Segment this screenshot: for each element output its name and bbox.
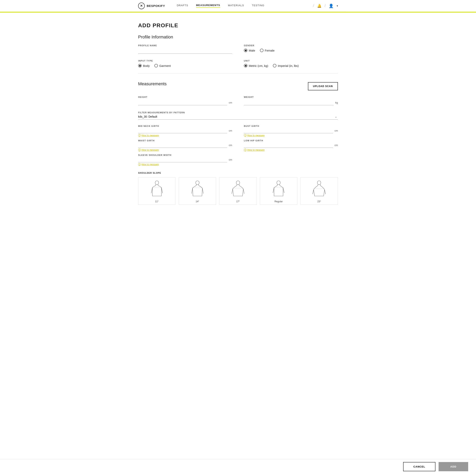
unit-field: UNIT Metric (cm, kg) Imperial (in, lbs) bbox=[244, 60, 338, 67]
shoulder-option-14[interactable]: 14° bbox=[179, 177, 216, 205]
svg-line-14 bbox=[239, 184, 239, 186]
mid-neck-input[interactable] bbox=[138, 128, 227, 133]
shoulder-slope-label: SHOULDER SLOPE bbox=[138, 172, 338, 174]
bust-how-to[interactable]: ? How to measure bbox=[244, 134, 338, 137]
height-unit: cm bbox=[229, 101, 232, 104]
gender-female-radio[interactable] bbox=[260, 49, 263, 52]
height-input-row: cm bbox=[138, 99, 232, 105]
waist-girth-field: WAIST GIRTH cm ? How to measure bbox=[138, 139, 232, 151]
svg-point-0 bbox=[155, 181, 159, 185]
height-weight-row: HEIGHT cm WEIGHT kg bbox=[138, 96, 338, 109]
filter-select[interactable]: kds_30: Default bbox=[138, 115, 338, 118]
shoulder-figure-11 bbox=[139, 179, 174, 199]
profile-grid: PROFILE NAME GENDER Male Female bbox=[138, 44, 338, 67]
svg-line-4 bbox=[151, 188, 153, 193]
low-hip-input-row: cm bbox=[244, 142, 338, 148]
upload-scan-button[interactable]: UPLOAD SCAN bbox=[308, 82, 338, 90]
logo[interactable]: ✕ BESPOKIFY bbox=[138, 2, 165, 9]
unit-metric-option[interactable]: Metric (cm, kg) bbox=[244, 64, 268, 67]
low-hip-how-to[interactable]: ? How to measure bbox=[244, 149, 338, 151]
shoulder-option-11[interactable]: 11° bbox=[138, 177, 175, 205]
weight-field: WEIGHT kg bbox=[244, 96, 338, 105]
shoulder-angle-regular: Regular bbox=[274, 200, 283, 203]
mid-neck-how-to[interactable]: ? How to measure bbox=[138, 134, 232, 137]
logo-text: BESPOKIFY bbox=[147, 4, 165, 7]
sleeve-unit: cm bbox=[229, 158, 232, 161]
gender-male-option[interactable]: Male bbox=[244, 49, 255, 52]
svg-line-20 bbox=[280, 184, 280, 186]
low-hip-input[interactable] bbox=[244, 142, 333, 148]
waist-label: WAIST GIRTH bbox=[138, 139, 154, 142]
input-body-option[interactable]: Body bbox=[138, 64, 150, 67]
low-hip-label: LOW HIP GIRTH bbox=[244, 139, 263, 142]
svg-line-13 bbox=[237, 184, 237, 186]
svg-line-2 bbox=[158, 184, 158, 186]
gender-male-radio[interactable] bbox=[244, 49, 247, 52]
svg-point-24 bbox=[317, 181, 321, 185]
gender-radio-group: Male Female bbox=[244, 49, 338, 52]
user-icon[interactable]: 👤 bbox=[329, 3, 334, 8]
chevron-down-icon[interactable]: ▾ bbox=[337, 4, 338, 7]
shoulder-option-17[interactable]: 17° bbox=[219, 177, 257, 205]
unit-imperial-option[interactable]: Imperial (in, lbs) bbox=[273, 64, 299, 67]
shoulder-options: 11° 14° bbox=[138, 177, 338, 205]
nav-materials[interactable]: MATERIALS bbox=[228, 4, 244, 8]
gender-male-label: Male bbox=[249, 49, 255, 52]
weight-input-row: kg bbox=[244, 99, 338, 105]
gender-field: GENDER Male Female bbox=[244, 44, 338, 52]
how-to-icon-hip: ? bbox=[244, 149, 247, 151]
waist-how-to[interactable]: ? How to measure bbox=[138, 149, 232, 151]
sleeve-input[interactable] bbox=[138, 156, 227, 162]
input-body-label: Body bbox=[143, 64, 150, 67]
slash-icon-2: / bbox=[324, 4, 325, 8]
mid-neck-unit: cm bbox=[229, 129, 232, 132]
how-to-icon-sleeve: ? bbox=[138, 163, 141, 166]
filter-select-wrap: kds_30: Default ⌄ bbox=[138, 114, 338, 120]
input-garment-option[interactable]: Garment bbox=[154, 64, 170, 67]
nav: ✕ BESPOKIFY DRAFTS MEASUREMENTS MATERIAL… bbox=[0, 0, 476, 13]
measurements-header: Measurements UPLOAD SCAN bbox=[138, 81, 338, 91]
filter-row: FILTER MEASUREMENTS BY PATTERN kds_30: D… bbox=[138, 111, 338, 120]
profile-name-input[interactable] bbox=[138, 48, 232, 54]
weight-label: WEIGHT bbox=[244, 96, 338, 98]
bell-icon[interactable]: 🔔 bbox=[317, 4, 322, 8]
how-to-text-waist: How to measure bbox=[142, 149, 159, 151]
shoulder-figure-17 bbox=[221, 179, 255, 199]
svg-line-28 bbox=[313, 190, 314, 194]
logo-icon: ✕ bbox=[138, 2, 145, 9]
low-hip-girth-field: LOW HIP GIRTH cm ? How to measure bbox=[244, 139, 338, 151]
bust-input[interactable] bbox=[244, 128, 333, 133]
how-to-icon-waist: ? bbox=[138, 149, 141, 151]
waist-unit: cm bbox=[229, 144, 232, 147]
input-garment-radio[interactable] bbox=[154, 64, 158, 67]
shoulder-figure-23 bbox=[302, 179, 337, 199]
nav-measurements[interactable]: MEASUREMENTS bbox=[196, 4, 220, 8]
shoulder-angle-17: 17° bbox=[236, 200, 240, 203]
mid-neck-label: MID NECK GIRTH bbox=[138, 125, 159, 127]
profile-section-title: Profile Information bbox=[138, 35, 338, 40]
unit-imperial-radio[interactable] bbox=[273, 64, 276, 67]
page-content: ADD PROFILE Profile Information PROFILE … bbox=[130, 13, 346, 228]
waist-input[interactable] bbox=[138, 142, 227, 148]
profile-name-label: PROFILE NAME bbox=[138, 44, 232, 47]
bust-girth-field: BUST GIRTH cm ? How to measure bbox=[244, 124, 338, 137]
height-label: HEIGHT bbox=[138, 96, 232, 98]
sleeve-how-to[interactable]: ? How to measure bbox=[138, 163, 232, 166]
input-type-radio-group: Body Garment bbox=[138, 64, 232, 67]
unit-metric-radio[interactable] bbox=[244, 64, 247, 67]
height-input[interactable] bbox=[138, 99, 227, 105]
shoulder-option-regular[interactable]: Regular bbox=[260, 177, 297, 205]
nav-drafts[interactable]: DRAFTS bbox=[177, 4, 188, 8]
input-body-radio[interactable] bbox=[138, 64, 142, 67]
page-title: ADD PROFILE bbox=[138, 22, 338, 29]
gender-female-option[interactable]: Female bbox=[260, 49, 275, 52]
sleeve-input-row: cm bbox=[138, 156, 232, 162]
shoulder-option-23[interactable]: 23° bbox=[301, 177, 338, 205]
input-type-label: INPUT TYPE bbox=[138, 60, 232, 62]
unit-metric-label: Metric (cm, kg) bbox=[249, 64, 268, 67]
nav-links: DRAFTS MEASUREMENTS MATERIALS TESTING bbox=[177, 4, 313, 8]
weight-input[interactable] bbox=[244, 99, 334, 105]
low-hip-unit: cm bbox=[335, 144, 338, 147]
nav-testing[interactable]: TESTING bbox=[252, 4, 264, 8]
gender-female-label: Female bbox=[265, 49, 275, 52]
